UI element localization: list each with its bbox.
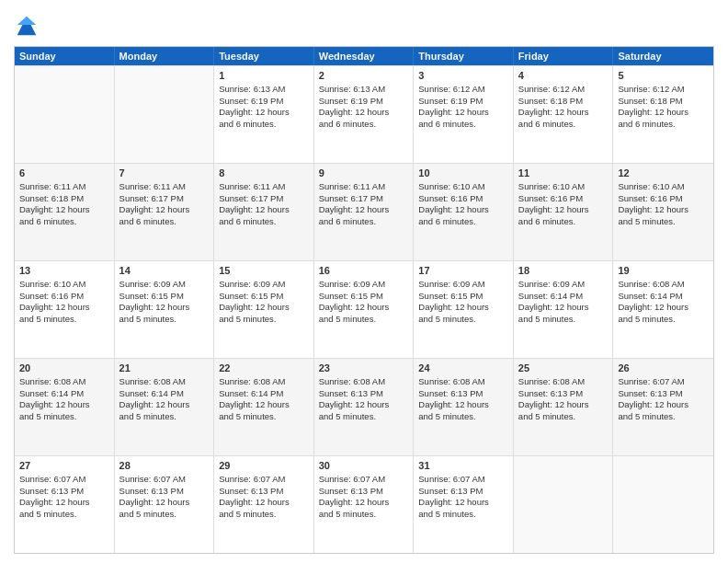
day-number: 1 [219, 69, 309, 83]
day-number: 21 [119, 362, 210, 375]
calendar-cell: 15Sunrise: 6:09 AM Sunset: 6:15 PM Dayli… [214, 261, 314, 358]
day-info: Sunrise: 6:10 AM Sunset: 6:16 PM Dayligh… [418, 181, 489, 226]
day-info: Sunrise: 6:08 AM Sunset: 6:14 PM Dayligh… [19, 376, 90, 421]
calendar-cell-empty [514, 456, 614, 553]
day-info: Sunrise: 6:08 AM Sunset: 6:13 PM Dayligh… [518, 376, 589, 421]
calendar-cell: 11Sunrise: 6:10 AM Sunset: 6:16 PM Dayli… [514, 164, 614, 260]
day-info: Sunrise: 6:13 AM Sunset: 6:19 PM Dayligh… [319, 84, 390, 129]
calendar-cell: 17Sunrise: 6:09 AM Sunset: 6:15 PM Dayli… [414, 261, 514, 358]
page: SundayMondayTuesdayWednesdayThursdayFrid… [0, 0, 728, 563]
calendar-cell-empty [115, 66, 215, 163]
day-number: 18 [518, 264, 609, 278]
calendar-cell: 19Sunrise: 6:08 AM Sunset: 6:14 PM Dayli… [613, 261, 713, 358]
calendar-cell: 2Sunrise: 6:13 AM Sunset: 6:19 PM Daylig… [314, 66, 415, 163]
day-number: 25 [518, 362, 609, 375]
day-info: Sunrise: 6:09 AM Sunset: 6:15 PM Dayligh… [319, 279, 390, 324]
day-number: 26 [618, 362, 709, 375]
day-info: Sunrise: 6:09 AM Sunset: 6:15 PM Dayligh… [418, 279, 489, 324]
day-number: 12 [618, 167, 709, 180]
day-number: 8 [219, 167, 309, 180]
day-number: 19 [618, 264, 709, 278]
day-number: 29 [219, 459, 309, 473]
day-info: Sunrise: 6:07 AM Sunset: 6:13 PM Dayligh… [319, 474, 390, 519]
day-number: 14 [119, 264, 210, 278]
day-number: 20 [19, 362, 109, 375]
day-info: Sunrise: 6:07 AM Sunset: 6:13 PM Dayligh… [418, 474, 489, 519]
calendar-header-day: Sunday [15, 47, 115, 65]
day-info: Sunrise: 6:13 AM Sunset: 6:19 PM Dayligh… [219, 84, 290, 129]
day-info: Sunrise: 6:10 AM Sunset: 6:16 PM Dayligh… [19, 279, 90, 324]
day-number: 4 [518, 69, 609, 83]
calendar-header-day: Wednesday [314, 47, 415, 65]
calendar-cell: 7Sunrise: 6:11 AM Sunset: 6:17 PM Daylig… [115, 164, 215, 260]
day-info: Sunrise: 6:11 AM Sunset: 6:17 PM Dayligh… [219, 181, 290, 226]
svg-marker-1 [17, 17, 37, 25]
day-number: 31 [418, 459, 508, 473]
calendar-cell: 25Sunrise: 6:08 AM Sunset: 6:13 PM Dayli… [514, 359, 614, 455]
calendar-cell: 16Sunrise: 6:09 AM Sunset: 6:15 PM Dayli… [314, 261, 415, 358]
day-info: Sunrise: 6:08 AM Sunset: 6:14 PM Dayligh… [618, 279, 688, 324]
calendar-cell: 5Sunrise: 6:12 AM Sunset: 6:18 PM Daylig… [613, 66, 713, 163]
day-info: Sunrise: 6:08 AM Sunset: 6:14 PM Dayligh… [219, 376, 290, 421]
calendar-cell: 12Sunrise: 6:10 AM Sunset: 6:16 PM Dayli… [613, 164, 713, 260]
calendar-cell: 1Sunrise: 6:13 AM Sunset: 6:19 PM Daylig… [214, 66, 314, 163]
calendar-cell: 22Sunrise: 6:08 AM Sunset: 6:14 PM Dayli… [214, 359, 314, 455]
calendar-cell: 13Sunrise: 6:10 AM Sunset: 6:16 PM Dayli… [15, 261, 115, 358]
calendar-cell: 30Sunrise: 6:07 AM Sunset: 6:13 PM Dayli… [314, 456, 415, 553]
day-number: 27 [19, 459, 109, 473]
calendar-cell-empty [613, 456, 713, 553]
calendar-row: 6Sunrise: 6:11 AM Sunset: 6:18 PM Daylig… [15, 163, 713, 260]
calendar-cell: 27Sunrise: 6:07 AM Sunset: 6:13 PM Dayli… [15, 456, 115, 553]
calendar-cell-empty [15, 66, 115, 163]
calendar-row: 27Sunrise: 6:07 AM Sunset: 6:13 PM Dayli… [15, 455, 713, 553]
day-info: Sunrise: 6:07 AM Sunset: 6:13 PM Dayligh… [119, 474, 190, 519]
calendar-cell: 3Sunrise: 6:12 AM Sunset: 6:19 PM Daylig… [414, 66, 514, 163]
day-number: 23 [319, 362, 409, 375]
calendar-cell: 26Sunrise: 6:07 AM Sunset: 6:13 PM Dayli… [613, 359, 713, 455]
calendar-cell: 8Sunrise: 6:11 AM Sunset: 6:17 PM Daylig… [214, 164, 314, 260]
day-info: Sunrise: 6:09 AM Sunset: 6:15 PM Dayligh… [219, 279, 290, 324]
day-info: Sunrise: 6:12 AM Sunset: 6:19 PM Dayligh… [418, 84, 489, 129]
day-number: 9 [319, 167, 409, 180]
calendar-cell: 20Sunrise: 6:08 AM Sunset: 6:14 PM Dayli… [15, 359, 115, 455]
day-info: Sunrise: 6:12 AM Sunset: 6:18 PM Dayligh… [618, 84, 688, 129]
calendar-cell: 24Sunrise: 6:08 AM Sunset: 6:13 PM Dayli… [414, 359, 514, 455]
calendar-cell: 31Sunrise: 6:07 AM Sunset: 6:13 PM Dayli… [414, 456, 514, 553]
calendar-header-day: Monday [115, 47, 215, 65]
day-number: 16 [319, 264, 409, 278]
day-number: 22 [219, 362, 309, 375]
day-info: Sunrise: 6:07 AM Sunset: 6:13 PM Dayligh… [618, 376, 688, 421]
day-info: Sunrise: 6:08 AM Sunset: 6:13 PM Dayligh… [319, 376, 390, 421]
day-info: Sunrise: 6:08 AM Sunset: 6:13 PM Dayligh… [418, 376, 489, 421]
day-number: 2 [319, 69, 409, 83]
day-info: Sunrise: 6:11 AM Sunset: 6:18 PM Dayligh… [19, 181, 90, 226]
day-number: 7 [119, 167, 210, 180]
day-number: 24 [418, 362, 508, 375]
day-number: 15 [219, 264, 309, 278]
calendar-cell: 23Sunrise: 6:08 AM Sunset: 6:13 PM Dayli… [314, 359, 415, 455]
day-info: Sunrise: 6:07 AM Sunset: 6:13 PM Dayligh… [19, 474, 90, 519]
day-info: Sunrise: 6:08 AM Sunset: 6:14 PM Dayligh… [119, 376, 190, 421]
calendar-cell: 10Sunrise: 6:10 AM Sunset: 6:16 PM Dayli… [414, 164, 514, 260]
calendar-cell: 29Sunrise: 6:07 AM Sunset: 6:13 PM Dayli… [214, 456, 314, 553]
day-number: 13 [19, 264, 109, 278]
day-info: Sunrise: 6:11 AM Sunset: 6:17 PM Dayligh… [319, 181, 390, 226]
logo [14, 13, 41, 39]
calendar: SundayMondayTuesdayWednesdayThursdayFrid… [14, 46, 714, 554]
day-info: Sunrise: 6:09 AM Sunset: 6:14 PM Dayligh… [518, 279, 589, 324]
day-number: 6 [19, 167, 109, 180]
day-info: Sunrise: 6:12 AM Sunset: 6:18 PM Dayligh… [518, 84, 589, 129]
day-number: 17 [418, 264, 508, 278]
header [14, 9, 714, 39]
calendar-cell: 14Sunrise: 6:09 AM Sunset: 6:15 PM Dayli… [115, 261, 215, 358]
calendar-header: SundayMondayTuesdayWednesdayThursdayFrid… [15, 47, 713, 65]
calendar-cell: 18Sunrise: 6:09 AM Sunset: 6:14 PM Dayli… [514, 261, 614, 358]
calendar-cell: 9Sunrise: 6:11 AM Sunset: 6:17 PM Daylig… [314, 164, 415, 260]
day-info: Sunrise: 6:09 AM Sunset: 6:15 PM Dayligh… [119, 279, 190, 324]
day-info: Sunrise: 6:10 AM Sunset: 6:16 PM Dayligh… [618, 181, 688, 226]
calendar-header-day: Friday [514, 47, 614, 65]
calendar-header-day: Thursday [414, 47, 514, 65]
calendar-row: 1Sunrise: 6:13 AM Sunset: 6:19 PM Daylig… [15, 65, 713, 163]
day-number: 10 [418, 167, 508, 180]
calendar-cell: 4Sunrise: 6:12 AM Sunset: 6:18 PM Daylig… [514, 66, 614, 163]
